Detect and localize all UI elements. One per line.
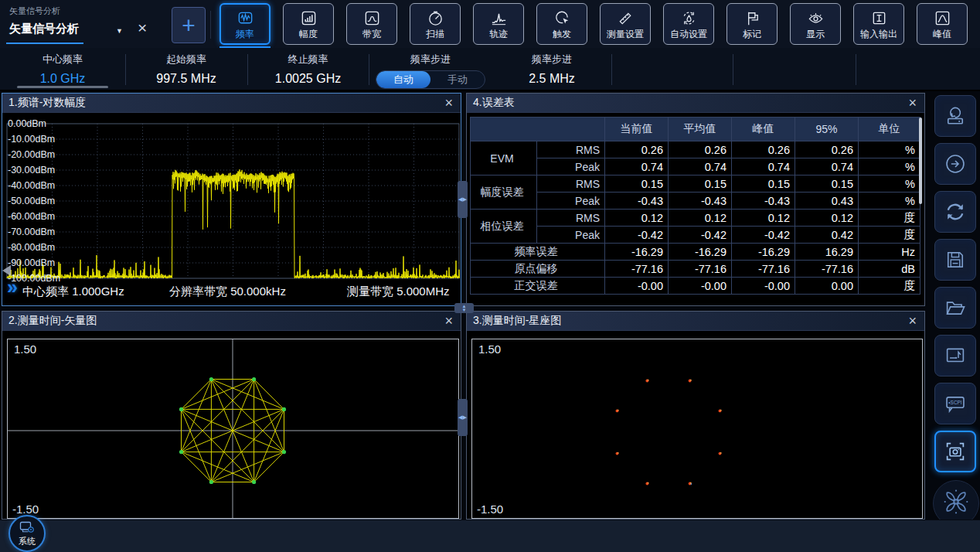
spectrum-y-label: -70.00dBm bbox=[8, 227, 55, 237]
error-value-cell: 0.15 bbox=[732, 175, 795, 193]
error-value-cell: -0.00 bbox=[605, 278, 669, 295]
toolbar-button-label: 幅度 bbox=[299, 29, 318, 39]
param-cell-start-frequency: 起始频率 997.5 MHz bbox=[125, 54, 247, 86]
chevron-down-icon[interactable]: ▼ bbox=[116, 27, 123, 35]
toolbar-button-auto-setup[interactable]: 自动设置 bbox=[663, 3, 714, 45]
splitter-down-icon: ▼ bbox=[462, 308, 467, 312]
error-value-cell: -0.00 bbox=[669, 278, 732, 295]
vector-plot-area[interactable]: 1.50 -1.50 bbox=[2, 331, 461, 519]
expand-chevrons-icon[interactable]: » bbox=[7, 276, 15, 298]
panel-error-table-header[interactable]: 4.误差表 × bbox=[467, 94, 924, 113]
vector-plot-box[interactable]: 1.50 -1.50 bbox=[7, 339, 459, 519]
level-marker-icon[interactable] bbox=[2, 265, 11, 276]
toolbar-button-measure-setup[interactable]: 测量设置 bbox=[600, 3, 651, 45]
close-icon[interactable]: × bbox=[908, 314, 917, 328]
error-value-cell: 0.74 bbox=[732, 158, 795, 175]
horizontal-splitter[interactable]: ▲ ▼ bbox=[454, 303, 474, 313]
app-subtitle: 矢量信号分析 bbox=[9, 5, 60, 17]
close-icon[interactable]: × bbox=[908, 96, 917, 110]
table-scrollbar[interactable] bbox=[919, 118, 922, 204]
param-cell-step-value: 频率步进 2.5 MHz bbox=[492, 54, 611, 86]
vector-plot[interactable] bbox=[8, 339, 458, 518]
error-value-cell: 0.26 bbox=[795, 141, 859, 158]
error-unit-cell: % bbox=[859, 175, 920, 193]
param-divider bbox=[856, 54, 856, 85]
toolbar-button-peak[interactable]: 峰值 bbox=[917, 3, 968, 45]
scpi-icon: •SCPI bbox=[944, 392, 967, 415]
spectrum-y-label: -10.00dBm bbox=[8, 134, 55, 145]
param-cell-stop-frequency: 终止频率 1.0025 GHz bbox=[247, 54, 369, 86]
sidebar-button-screenshot[interactable] bbox=[934, 431, 976, 472]
step-frequency-value[interactable]: 2.5 MHz bbox=[492, 72, 611, 86]
sidebar-button-single-run[interactable] bbox=[934, 143, 976, 185]
spectrum-y-label: -90.00dBm bbox=[8, 257, 55, 268]
app-tab-title[interactable]: 矢量信号分析 bbox=[9, 22, 79, 36]
vertical-splitter-top[interactable]: ◀▶ bbox=[458, 181, 468, 218]
error-table-column-header: 峰值 bbox=[732, 118, 795, 141]
tab-close-icon[interactable]: × bbox=[138, 19, 147, 37]
splitter-arrows-icon: ◀▶ bbox=[458, 196, 467, 203]
sidebar-button-save[interactable] bbox=[934, 239, 976, 281]
toolbar-button-trace[interactable]: 轨迹 bbox=[473, 3, 524, 45]
system-button-label: 系统 bbox=[19, 537, 36, 546]
toolbar-button-bandwidth[interactable]: 带宽 bbox=[346, 3, 397, 45]
spectrum-plot-area[interactable]: 0.00dBm-10.00dBm-20.00dBm-30.00dBm-40.00… bbox=[2, 113, 461, 305]
close-icon[interactable]: × bbox=[444, 96, 453, 110]
constellation-plot-area[interactable]: 1.50 -1.50 bbox=[467, 331, 924, 519]
add-tab-button[interactable]: + bbox=[172, 7, 206, 43]
toolbar-button-input-output[interactable]: 输入输出 bbox=[853, 3, 904, 45]
toolbar-button-frequency[interactable]: 频率 bbox=[219, 3, 271, 45]
error-table-column-header: 单位 bbox=[859, 118, 920, 141]
sidebar-button-continuous-run[interactable] bbox=[934, 191, 976, 233]
error-value-cell: -0.43 bbox=[669, 193, 732, 210]
toolbar-button-trigger[interactable]: 触发 bbox=[536, 3, 587, 45]
error-unit-cell: % bbox=[859, 158, 920, 175]
panel-spectrum-header[interactable]: 1.频谱-对数幅度 × bbox=[2, 94, 461, 113]
error-value-cell: -0.42 bbox=[669, 227, 732, 244]
error-value-cell: -0.42 bbox=[605, 227, 669, 244]
sidebar-button-scpi[interactable]: •SCPI bbox=[934, 383, 976, 424]
start-frequency-value[interactable]: 997.5 MHz bbox=[125, 72, 247, 86]
error-row-label: 频率误差 bbox=[471, 244, 605, 261]
toolbar-button-marker[interactable]: 标记 bbox=[726, 3, 778, 45]
center-frequency-value[interactable]: 1.0 GHz bbox=[0, 72, 125, 86]
toolbar-button-label: 触发 bbox=[553, 29, 571, 39]
system-button[interactable]: 系统 bbox=[9, 515, 46, 552]
top-toolbar: 矢量信号分析 矢量信号分析 ▼ × + 频率幅度带宽扫描轨迹触发测量设置自动设置… bbox=[0, 0, 980, 49]
sweep-icon bbox=[427, 9, 444, 27]
vertical-splitter-bottom[interactable]: ◀▶ bbox=[458, 399, 468, 436]
amplitude-icon bbox=[300, 9, 318, 27]
error-value-cell: 0.00 bbox=[795, 278, 859, 295]
spectrum-plot[interactable] bbox=[2, 113, 461, 305]
close-icon[interactable]: × bbox=[444, 314, 453, 328]
axis-max-label: 1.50 bbox=[14, 342, 36, 356]
spectrum-y-label: -50.00dBm bbox=[8, 196, 55, 206]
display-icon bbox=[807, 9, 825, 27]
panel-vector-header[interactable]: 2.测量时间-矢量图 × bbox=[2, 312, 461, 331]
panel-constellation-header[interactable]: 3.测量时间-星座图 × bbox=[467, 312, 924, 331]
toggle-option-auto[interactable]: 自动 bbox=[376, 71, 430, 88]
continuous-run-icon bbox=[944, 200, 967, 223]
spectrum-y-label: 0.00dBm bbox=[8, 118, 46, 129]
error-table-column-header: 平均值 bbox=[669, 118, 732, 141]
toolbar-button-sweep[interactable]: 扫描 bbox=[410, 3, 461, 45]
panel-error-table: 4.误差表 × 当前值平均值峰值95%单位EVMRMS0.260.260.260… bbox=[466, 93, 925, 306]
error-value-cell: -77.16 bbox=[669, 261, 732, 278]
axis-max-label: 1.50 bbox=[478, 342, 501, 356]
param-label: 频率步进 bbox=[369, 54, 492, 65]
sidebar-button-open-file[interactable] bbox=[934, 287, 976, 329]
table-row: EVMRMS0.260.260.260.26% bbox=[471, 141, 920, 158]
toolbar-button-display[interactable]: 显示 bbox=[790, 3, 841, 45]
spectrum-y-label: -60.00dBm bbox=[8, 211, 55, 222]
constellation-plot-box[interactable]: 1.50 -1.50 bbox=[471, 339, 923, 519]
error-group-label: 相位误差 bbox=[471, 210, 537, 244]
sidebar-button-window-layout[interactable] bbox=[934, 335, 976, 377]
stop-frequency-value[interactable]: 1.0025 GHz bbox=[247, 72, 369, 86]
table-row: 幅度误差RMS0.150.150.150.15% bbox=[471, 175, 920, 193]
toolbar-button-amplitude[interactable]: 幅度 bbox=[283, 3, 334, 45]
toggle-option-manual[interactable]: 手动 bbox=[430, 71, 485, 88]
constellation-plot[interactable] bbox=[472, 339, 922, 518]
sidebar-button-preset[interactable] bbox=[934, 95, 976, 137]
error-value-cell: 0.42 bbox=[795, 227, 859, 244]
error-value-cell: 16.29 bbox=[795, 244, 859, 261]
